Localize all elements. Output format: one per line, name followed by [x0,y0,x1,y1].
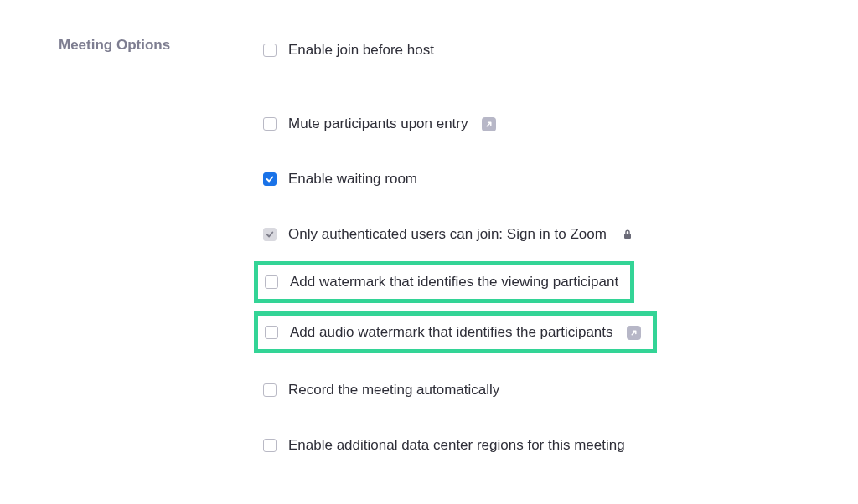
option-label: Add watermark that identifies the viewin… [290,274,618,291]
section-label-column: Meeting Options [0,37,251,459]
option-label: Mute participants upon entry [288,116,468,132]
option-label: Enable join before host [288,42,434,59]
option-audio-watermark[interactable]: Add audio watermark that identifies the … [258,316,653,349]
option-join-before-host[interactable]: Enable join before host [258,37,858,64]
checkbox-mute-on-entry[interactable] [263,117,277,131]
checkbox-record-auto[interactable] [263,383,277,397]
lock-icon [623,229,632,239]
checkbox-data-center[interactable] [263,439,277,452]
option-auth-users: Only authenticated users can join: Sign … [258,221,858,248]
option-mute-on-entry[interactable]: Mute participants upon entry [258,111,858,137]
checkbox-watermark[interactable] [265,275,278,289]
highlight-watermark: Add watermark that identifies the viewin… [254,261,634,303]
info-badge-icon[interactable] [627,326,641,340]
option-record-auto[interactable]: Record the meeting automatically [258,377,858,404]
option-watermark[interactable]: Add watermark that identifies the viewin… [258,265,630,299]
options-column: Enable join before host Mute participant… [251,37,858,459]
option-label: Enable waiting room [288,171,417,188]
checkbox-join-before-host[interactable] [263,44,277,57]
option-label: Enable additional data center regions fo… [288,437,625,454]
highlight-audio-watermark: Add audio watermark that identifies the … [254,311,657,353]
info-badge-icon[interactable] [482,117,496,131]
section-title: Meeting Options [59,37,251,54]
checkbox-auth-users [263,228,277,241]
option-label: Add audio watermark that identifies the … [290,324,613,341]
svg-rect-0 [624,234,631,239]
option-waiting-room[interactable]: Enable waiting room [258,166,858,193]
checkbox-audio-watermark[interactable] [265,326,278,339]
option-data-center[interactable]: Enable additional data center regions fo… [258,432,858,459]
option-label: Record the meeting automatically [288,382,499,399]
meeting-options-panel: Meeting Options Enable join before host … [0,0,858,459]
option-label: Only authenticated users can join: Sign … [288,226,607,243]
checkbox-waiting-room[interactable] [263,172,277,186]
